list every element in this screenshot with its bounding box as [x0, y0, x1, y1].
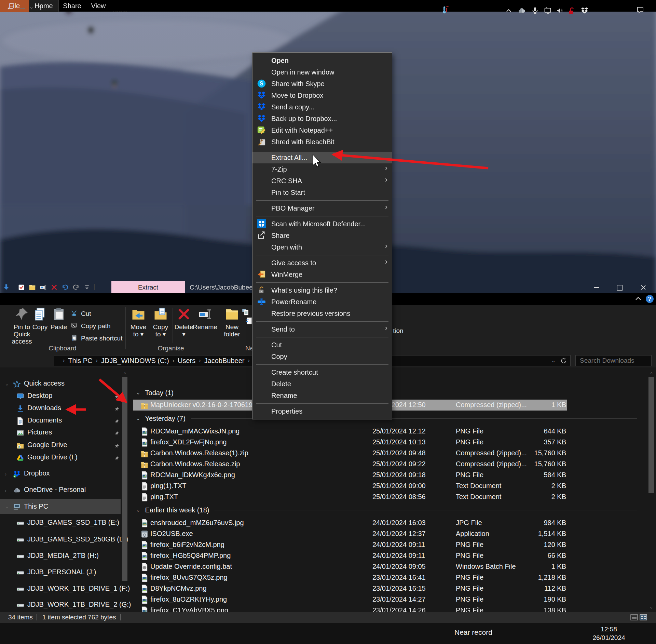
filelist-scrollbar-thumb[interactable] [648, 377, 654, 493]
expand-chevron-down-icon[interactable]: ⌄ [5, 504, 9, 510]
refresh-icon[interactable] [560, 358, 567, 364]
breadcrumb-users[interactable]: Users [178, 357, 195, 365]
weather-widget[interactable] [439, 0, 452, 21]
file-row-d8ykpncmvz-png[interactable]: D8YkpNCMvz.png23/01/2024 16:15PNG File11… [133, 583, 567, 594]
menu-item-pin-to-start[interactable]: Pin to Start [252, 187, 392, 198]
menu-item-winmerge[interactable]: WinMerge [252, 269, 392, 280]
file-row-enshrouded-mmz6u76uvs-jpg[interactable]: enshrouded_mMZ6u76uvS.jpg24/01/2024 16:0… [133, 518, 567, 528]
expand-chevron-right-icon[interactable]: › [5, 471, 6, 477]
menu-item-properties[interactable]: Properties [252, 405, 392, 417]
checkbox-icon[interactable] [18, 284, 25, 291]
menu-item-restore-previous-versions[interactable]: Restore previous versions [252, 308, 392, 319]
file-row-rdcman-mmacwixsjn-png[interactable]: RDCMan_mMACWixsJN.png25/01/2024 12:12PNG… [133, 426, 567, 437]
breadcrumb-chevron-icon[interactable]: › [96, 358, 97, 364]
sidebar-item-jdjb-work-1tb-drive-1-f[interactable]: JDJB_WORK_1TB_DRIVE_1 (F:) [0, 583, 121, 595]
menu-item-extract-all[interactable]: Extract All... [252, 152, 392, 163]
thumbnail-view-button[interactable] [640, 614, 647, 620]
paste-shortcut-button[interactable]: Paste shortcut [71, 334, 122, 343]
back-button[interactable]: ← [4, 0, 16, 14]
sidebar-item-desktop[interactable]: Desktop [0, 390, 121, 402]
paste-button[interactable]: Paste [42, 307, 75, 331]
group-collapse-icon[interactable]: ⌄ [136, 390, 140, 396]
weather-label[interactable]: Near record [454, 628, 492, 636]
menu-item-shred-with-bleachbit[interactable]: Shred with BleachBit [252, 136, 392, 148]
breadcrumb-jacobbubeer[interactable]: JacobBubeer [204, 357, 245, 365]
new-item-icon[interactable] [241, 308, 250, 317]
menu-item-pbo-manager[interactable]: PBO Manager› [252, 202, 392, 214]
tab-share[interactable]: Share [59, 0, 85, 12]
sidebar-item-jdjb-games-ssd-250gb-d[interactable]: JDJB_GAMES_SSD_250GB (D:) [0, 534, 121, 546]
menu-item-move-to-dropbox[interactable]: Move to Dropbox [252, 90, 392, 101]
menu-item-crc-sha[interactable]: CRC SHA› [252, 175, 392, 187]
file-row-firefox-8uvus7qx5z-png[interactable]: firefox_8UvuS7QX5z.png23/01/2024 16:41PN… [133, 572, 567, 583]
menu-item-share-with-skype[interactable]: SShare with Skype [252, 78, 392, 90]
sidebar-item-downloads[interactable]: Downloads [0, 403, 121, 414]
minimize-button[interactable] [588, 282, 604, 293]
file-row-carbon-windows-release-zip[interactable]: Carbon.Windows.Release.zip25/01/2024 09:… [133, 459, 567, 470]
sidebar-item-this-pc[interactable]: ⌄This PC [0, 499, 121, 514]
sidebar-item-documents[interactable]: Documents [0, 415, 121, 427]
file-row-firefox-hgb5q84pmp-png[interactable]: firefox_HGb5Q84PMP.png24/01/2024 09:11PN… [133, 550, 567, 561]
file-group-earlier-this-week-18[interactable]: ⌄Earlier this week (18) [133, 505, 643, 515]
menu-item-give-access-to[interactable]: Give access to› [252, 257, 392, 269]
dropbox-tray-icon[interactable] [579, 0, 590, 21]
help-icon[interactable]: ? [646, 295, 654, 303]
menu-item-open-with[interactable]: Open with› [252, 241, 392, 253]
breadcrumb-this-pc[interactable]: This PC [68, 357, 92, 365]
sidebar-item-quick-access[interactable]: ⌄Quick access [0, 378, 121, 390]
sidebar-item-jdjb-media-2tb-h[interactable]: JDJB_MEDIA_2TB (H:) [0, 550, 121, 562]
file-row-ping-txt[interactable]: ping.TXT25/01/2024 08:56Text Document2 K… [133, 492, 567, 502]
sidebar-item-jdjb-games-ssd-1tb-e[interactable]: JDJB_GAMES_SSD_1TB (E:) [0, 517, 121, 529]
cut-button[interactable]: Cut [71, 309, 91, 319]
menu-item-scan-with-microsoft-defender[interactable]: Scan with Microsoft Defender... [252, 218, 392, 230]
qat-dropdown-icon[interactable] [83, 284, 91, 291]
menu-item-open[interactable]: Open [252, 55, 392, 66]
ribbon-collapse-button[interactable] [634, 295, 642, 304]
undo-icon[interactable] [62, 284, 69, 291]
speaker-icon[interactable] [554, 0, 565, 21]
menu-item-send-to[interactable]: Send to› [252, 323, 392, 335]
red-unlock-icon[interactable] [566, 0, 577, 21]
menu-item-powerrename[interactable]: PowerRename [252, 296, 392, 308]
file-row-firefox-8uozrktyhy-png[interactable]: firefox_8uOZRKtYHy.png23/01/2024 14:27PN… [133, 594, 567, 605]
sidebar-item-jdjb-work-1tb-drive-2-g[interactable]: JDJB_WORK_1TB_DRIVE_2 (G:) [0, 599, 121, 611]
sidebar-scroll-down-icon[interactable]: ⌄ [123, 604, 127, 609]
details-view-button[interactable] [630, 614, 638, 620]
menu-item-share[interactable]: Share [252, 230, 392, 241]
file-row-firefox-xdl2fwfjno-png[interactable]: firefox_XDL2FwFjNo.png25/01/2024 10:13PN… [133, 437, 567, 448]
display-icon[interactable] [542, 0, 554, 21]
breadcrumb-chevron-icon[interactable]: › [248, 358, 249, 364]
menu-item-create-shortcut[interactable]: Create shortcut [252, 366, 392, 378]
filelist-scroll-up-icon[interactable]: ⌃ [650, 372, 653, 377]
sidebar-item-pictures[interactable]: Pictures [0, 427, 121, 439]
group-collapse-icon[interactable]: ⌄ [136, 507, 140, 513]
expand-chevron-right-icon[interactable]: › [5, 487, 6, 493]
group-collapse-icon[interactable]: ⌄ [136, 415, 140, 421]
rename-box-icon[interactable] [40, 284, 47, 291]
menu-item-back-up-to-dropbox[interactable]: Back up to Dropbox... [252, 113, 392, 124]
redo-icon[interactable] [72, 284, 80, 291]
filelist-scroll-down-icon[interactable]: ⌄ [650, 604, 653, 609]
menu-item-open-in-new-window[interactable]: Open in new window [252, 66, 392, 78]
breadcrumb-jdjb-windows-c[interactable]: JDJB_WINDOWS (C:) [101, 357, 169, 365]
copy-path-button[interactable]: Copy path [71, 321, 111, 331]
menu-item-copy[interactable]: Copy [252, 351, 392, 362]
sidebar-item-onedrive-personal[interactable]: ›OneDrive - Personal [0, 484, 121, 496]
maximize-button[interactable] [612, 282, 627, 293]
tray-chevron-up-icon[interactable] [503, 0, 515, 21]
menu-item-rename[interactable]: Rename [252, 390, 392, 401]
menu-item-cut[interactable]: Cut [252, 339, 392, 351]
search-input[interactable] [576, 357, 656, 364]
sidebar-item-dropbox[interactable]: ›Dropbox [0, 468, 121, 480]
tab-view[interactable]: View [85, 0, 111, 12]
folder-icon[interactable] [29, 284, 36, 291]
sidebar-scrollbar-thumb[interactable] [122, 377, 127, 581]
menu-item-7-zip[interactable]: 7-Zip› [252, 163, 392, 175]
action-center-button[interactable] [633, 0, 648, 21]
forward-button[interactable]: → [16, 0, 29, 14]
breadcrumb-chevron-icon[interactable]: › [173, 358, 174, 364]
up-button[interactable]: ↑ [34, 0, 46, 14]
sidebar-item-jdjb-personal-j[interactable]: JDJB_PERSONAL (J:) [0, 567, 121, 578]
breadcrumb-chevron-icon[interactable]: › [199, 358, 201, 364]
breadcrumb-chevron-icon[interactable]: › [63, 358, 65, 364]
